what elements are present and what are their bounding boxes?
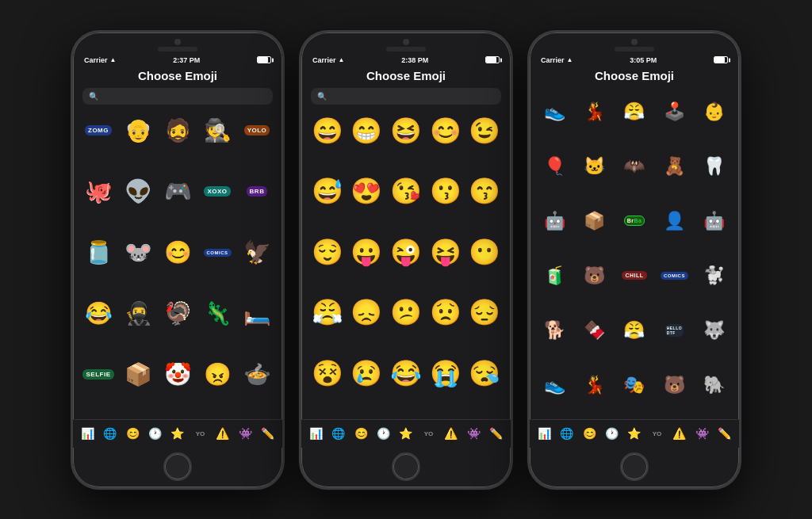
sticker-cell[interactable]: 🧃	[536, 255, 573, 296]
emoji-cell[interactable]: 😌	[308, 234, 347, 270]
bottom-icon-star[interactable]: ⭐	[170, 427, 186, 440]
emoji-cell[interactable]: 🛏️	[238, 296, 276, 332]
sticker-cell[interactable]: COMICS	[656, 255, 692, 296]
emoji-cell[interactable]: COMICS	[198, 235, 236, 271]
sticker-cell[interactable]: 📦	[576, 200, 612, 242]
emoji-cell[interactable]: 😂	[79, 296, 117, 332]
emoji-cell[interactable]: 😭	[426, 355, 465, 391]
bottom-icon-chart[interactable]: 📊	[79, 427, 95, 440]
bottom-icon-face[interactable]: 😊	[124, 427, 140, 440]
bottom-icon-warn-2[interactable]: ⚠️	[443, 427, 459, 440]
emoji-cell[interactable]: 😶	[465, 234, 504, 270]
emoji-cell[interactable]: 🥷	[119, 296, 157, 332]
sticker-cell[interactable]: 🎭	[616, 364, 653, 406]
emoji-cell[interactable]: 👴	[119, 113, 157, 149]
emoji-cell[interactable]: 😊	[159, 235, 197, 271]
emoji-cell[interactable]: 😟	[426, 294, 465, 330]
emoji-cell[interactable]: 😠	[198, 357, 236, 393]
emoji-cell[interactable]: 😢	[347, 355, 387, 391]
bottom-icon-yo[interactable]: YO	[192, 430, 208, 437]
emoji-cell[interactable]: 😝	[426, 234, 465, 270]
home-button-1[interactable]	[163, 452, 192, 481]
emoji-cell[interactable]: 😔	[465, 294, 504, 330]
emoji-cell[interactable]: 😤	[308, 294, 347, 330]
emoji-cell[interactable]: 🐭	[119, 235, 157, 271]
emoji-cell[interactable]: 🫙	[79, 235, 117, 271]
bottom-icon-edit-3[interactable]: ✏️	[717, 427, 733, 440]
bottom-icon-yo-3[interactable]: YO	[649, 430, 665, 437]
bottom-icon-warn-3[interactable]: ⚠️	[672, 427, 688, 440]
emoji-cell[interactable]: 😘	[386, 173, 426, 209]
emoji-cell[interactable]: BRB	[238, 174, 276, 210]
emoji-cell[interactable]: 😛	[347, 234, 387, 270]
home-button-2[interactable]	[392, 452, 420, 481]
bottom-icon-warn[interactable]: ⚠️	[215, 427, 231, 440]
bottom-icon-star-2[interactable]: ⭐	[398, 427, 414, 440]
emoji-cell[interactable]: 😵	[308, 355, 347, 391]
emoji-cell[interactable]: 😊	[426, 113, 465, 149]
home-button-3[interactable]	[620, 452, 649, 481]
emoji-cell[interactable]: 😉	[465, 113, 504, 149]
bottom-icon-face-3[interactable]: 😊	[581, 427, 597, 440]
sticker-cell[interactable]: 🕹️	[656, 91, 692, 132]
emoji-cell[interactable]: 😆	[386, 113, 426, 149]
sticker-cell[interactable]: 👶	[696, 91, 733, 132]
sticker-cell[interactable]: 🐺	[696, 310, 733, 351]
bottom-icon-game-2[interactable]: 👾	[465, 427, 481, 440]
bottom-icon-chart-3[interactable]: 📊	[536, 427, 552, 440]
bottom-icon-chart-2[interactable]: 📊	[308, 427, 324, 440]
sticker-cell[interactable]: 🐘	[696, 364, 733, 406]
emoji-cell[interactable]: 😂	[386, 355, 426, 391]
emoji-cell[interactable]: 😗	[426, 173, 465, 209]
emoji-cell[interactable]: ZOMG	[79, 113, 117, 149]
sticker-cell[interactable]: HELLODTF	[656, 310, 692, 351]
emoji-cell[interactable]: 😪	[465, 355, 504, 391]
bottom-icon-game[interactable]: 👾	[237, 427, 253, 440]
sticker-cell[interactable]: 🦇	[616, 146, 653, 187]
sticker-cell[interactable]: CHILL	[616, 255, 653, 296]
emoji-cell[interactable]: 😄	[308, 113, 347, 149]
sticker-cell[interactable]: 👤	[656, 200, 692, 242]
emoji-cell[interactable]: SELFIE	[79, 357, 117, 393]
sticker-cell[interactable]: 💃	[576, 364, 612, 406]
search-bar-1[interactable]: 🔍	[82, 88, 273, 105]
sticker-cell[interactable]: 🐱	[576, 146, 612, 187]
sticker-cell[interactable]: 🎈	[536, 146, 573, 187]
bottom-icon-face-2[interactable]: 😊	[353, 427, 369, 440]
emoji-cell[interactable]: 🐙	[79, 174, 117, 210]
emoji-cell[interactable]: 😍	[347, 173, 387, 209]
emoji-cell[interactable]: 😜	[386, 234, 426, 270]
search-bar-2[interactable]: 🔍	[311, 88, 501, 105]
bottom-icon-edit[interactable]: ✏️	[260, 427, 276, 440]
emoji-cell[interactable]: 😕	[386, 294, 426, 330]
bottom-icon-game-3[interactable]: 👾	[694, 427, 710, 440]
emoji-cell[interactable]: 😞	[347, 294, 387, 330]
bottom-icon-edit-2[interactable]: ✏️	[488, 427, 504, 440]
emoji-cell[interactable]: XOXO	[198, 174, 236, 210]
sticker-cell[interactable]: 🤖	[696, 200, 733, 242]
sticker-cell[interactable]: 🐻	[576, 255, 612, 296]
emoji-cell[interactable]: 🦅	[238, 235, 276, 271]
sticker-cell[interactable]: 💃	[576, 91, 612, 132]
emoji-cell[interactable]: 🦃	[159, 296, 197, 332]
bottom-icon-yo-2[interactable]: YO	[420, 430, 436, 437]
sticker-cell[interactable]: 🐕	[536, 310, 573, 351]
emoji-cell[interactable]: 😙	[465, 173, 504, 209]
emoji-cell[interactable]: 👽	[119, 174, 157, 210]
bottom-icon-clock-2[interactable]: 🕐	[376, 427, 392, 440]
bottom-icon-star-3[interactable]: ⭐	[626, 427, 642, 440]
sticker-cell[interactable]: 🍫	[576, 310, 612, 351]
bottom-icon-clock[interactable]: 🕐	[147, 427, 163, 440]
emoji-cell[interactable]: 🕵️	[198, 113, 236, 149]
emoji-cell[interactable]: 🧔	[159, 113, 197, 149]
emoji-cell[interactable]: 🦎	[198, 296, 236, 332]
emoji-cell[interactable]: 🎮	[159, 174, 197, 210]
sticker-cell[interactable]: 😤	[616, 91, 653, 132]
emoji-cell[interactable]: 😅	[308, 173, 347, 209]
sticker-cell[interactable]: 🧸	[656, 146, 692, 187]
emoji-cell[interactable]: YOLO	[238, 113, 276, 149]
emoji-cell[interactable]: 📦	[119, 357, 157, 393]
bottom-icon-clock-3[interactable]: 🕐	[604, 427, 620, 440]
bottom-icon-globe-3[interactable]: 🌐	[559, 427, 575, 440]
bottom-icon-globe-2[interactable]: 🌐	[331, 427, 347, 440]
